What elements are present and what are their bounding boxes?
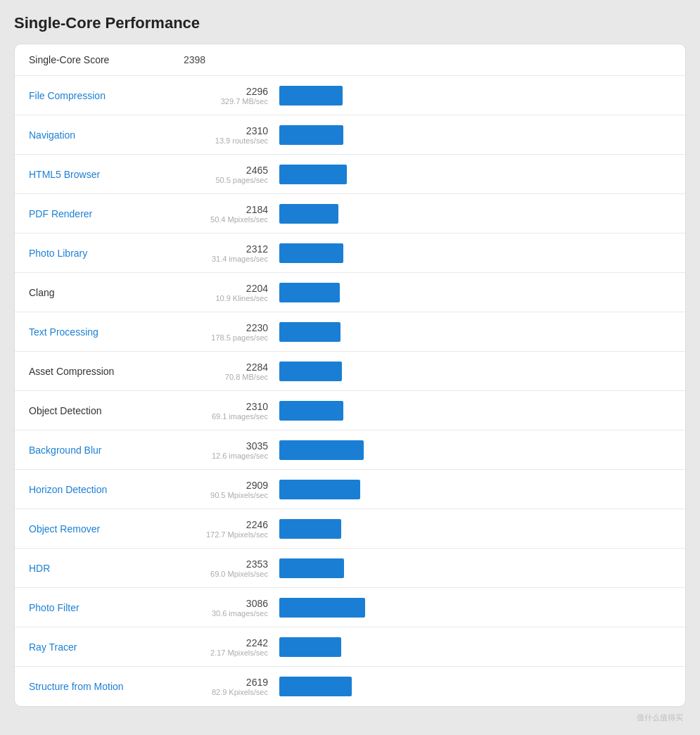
row-score-block: 2296 329.7 MB/sec — [184, 86, 268, 106]
row-score-block: 2312 31.4 images/sec — [184, 243, 268, 263]
table-row: HDR 2353 69.0 Mpixels/sec — [15, 549, 685, 588]
row-score-block: 2310 13.9 routes/sec — [184, 125, 268, 145]
row-name: Ray Tracer — [29, 641, 184, 653]
bar — [279, 204, 338, 224]
table-row: Photo Filter 3086 30.6 images/sec — [15, 588, 685, 627]
bar — [279, 401, 343, 421]
bar-container — [279, 125, 671, 145]
table-row: Background Blur 3035 12.6 images/sec — [15, 430, 685, 470]
row-score-block: 2465 50.5 pages/sec — [184, 165, 268, 184]
bar — [279, 677, 352, 696]
score-sub: 31.4 images/sec — [184, 255, 268, 263]
row-score-block: 2310 69.1 images/sec — [184, 401, 268, 421]
table-row: File Compression 2296 329.7 MB/sec — [15, 76, 685, 115]
row-score-block: 2909 90.5 Mpixels/sec — [184, 480, 268, 499]
row-name: Navigation — [29, 129, 184, 141]
row-name: HDR — [29, 563, 184, 574]
single-score-row: Single-Core Score 2398 — [15, 44, 685, 76]
score-sub: 70.8 MB/sec — [184, 373, 268, 381]
row-name: Asset Compression — [29, 366, 184, 377]
score-main: 2204 — [184, 283, 268, 294]
table-row: Structure from Motion 2619 82.9 Kpixels/… — [15, 667, 685, 706]
score-sub: 90.5 Mpixels/sec — [184, 491, 268, 499]
table-row: Clang 2204 10.9 Klines/sec — [15, 273, 685, 312]
row-score-block: 2619 82.9 Kpixels/sec — [184, 677, 268, 696]
row-name: Photo Library — [29, 248, 184, 259]
score-main: 2284 — [184, 362, 268, 373]
table-row: Text Processing 2230 178.5 pages/sec — [15, 312, 685, 352]
table-row: Asset Compression 2284 70.8 MB/sec — [15, 352, 685, 391]
bar — [279, 125, 343, 145]
score-main: 2465 — [184, 165, 268, 176]
score-sub: 50.4 Mpixels/sec — [184, 215, 268, 224]
row-name: Object Detection — [29, 405, 184, 416]
score-main: 2230 — [184, 322, 268, 333]
bar-container — [279, 165, 671, 184]
bar — [279, 480, 360, 499]
score-sub: 10.9 Klines/sec — [184, 294, 268, 302]
table-row: Navigation 2310 13.9 routes/sec — [15, 115, 685, 155]
row-score-block: 3086 30.6 images/sec — [184, 598, 268, 618]
table-row: Photo Library 2312 31.4 images/sec — [15, 234, 685, 273]
score-main: 3086 — [184, 598, 268, 609]
score-main: 2184 — [184, 204, 268, 215]
bar-container — [279, 598, 671, 618]
row-name: Background Blur — [29, 445, 184, 456]
single-score-label: Single-Core Score — [29, 54, 184, 65]
row-name: HTML5 Browser — [29, 169, 184, 180]
bar — [279, 362, 342, 381]
bar — [279, 637, 341, 657]
row-name: Clang — [29, 287, 184, 298]
bar-container — [279, 86, 671, 106]
row-score-block: 2184 50.4 Mpixels/sec — [184, 204, 268, 224]
row-name: Text Processing — [29, 326, 184, 338]
table-row: Object Detection 2310 69.1 images/sec — [15, 391, 685, 430]
score-sub: 69.0 Mpixels/sec — [184, 570, 268, 578]
bar — [279, 519, 341, 539]
bar-container — [279, 480, 671, 499]
table-row: Horizon Detection 2909 90.5 Mpixels/sec — [15, 470, 685, 509]
score-main: 2909 — [184, 480, 268, 491]
score-sub: 12.6 images/sec — [184, 452, 268, 460]
bar — [279, 243, 343, 263]
score-main: 2310 — [184, 401, 268, 412]
score-sub: 82.9 Kpixels/sec — [184, 688, 268, 696]
bar — [279, 558, 344, 578]
bar-container — [279, 558, 671, 578]
table-row: Ray Tracer 2242 2.17 Mpixels/sec — [15, 627, 685, 667]
bar-container — [279, 322, 671, 342]
score-sub: 172.7 Mpixels/sec — [184, 530, 268, 539]
row-score-block: 2242 2.17 Mpixels/sec — [184, 637, 268, 657]
score-main: 2246 — [184, 519, 268, 530]
bar — [279, 598, 365, 618]
bar-container — [279, 401, 671, 421]
bar — [279, 86, 343, 106]
row-name: Photo Filter — [29, 602, 184, 613]
score-sub: 69.1 images/sec — [184, 412, 268, 421]
bar-container — [279, 677, 671, 696]
bar-container — [279, 440, 671, 460]
bar — [279, 322, 341, 342]
watermark: 值什么值得买 — [14, 712, 686, 723]
row-score-block: 2353 69.0 Mpixels/sec — [184, 558, 268, 578]
row-name: PDF Renderer — [29, 208, 184, 219]
bar — [279, 440, 364, 460]
bar-container — [279, 204, 671, 224]
bar-container — [279, 519, 671, 539]
score-sub: 2.17 Mpixels/sec — [184, 648, 268, 657]
bar — [279, 165, 347, 184]
row-score-block: 2230 178.5 pages/sec — [184, 322, 268, 342]
bar-container — [279, 637, 671, 657]
performance-card: Single-Core Score 2398 File Compression … — [14, 44, 686, 707]
score-main: 2310 — [184, 125, 268, 136]
score-main: 2312 — [184, 243, 268, 255]
bar-container — [279, 243, 671, 263]
table-row: Object Remover 2246 172.7 Mpixels/sec — [15, 509, 685, 549]
row-score-block: 2246 172.7 Mpixels/sec — [184, 519, 268, 539]
score-main: 2242 — [184, 637, 268, 648]
page-title: Single-Core Performance — [14, 14, 686, 32]
score-sub: 178.5 pages/sec — [184, 333, 268, 342]
row-name: Horizon Detection — [29, 484, 184, 495]
row-score-block: 2204 10.9 Klines/sec — [184, 283, 268, 302]
bar — [279, 283, 340, 302]
